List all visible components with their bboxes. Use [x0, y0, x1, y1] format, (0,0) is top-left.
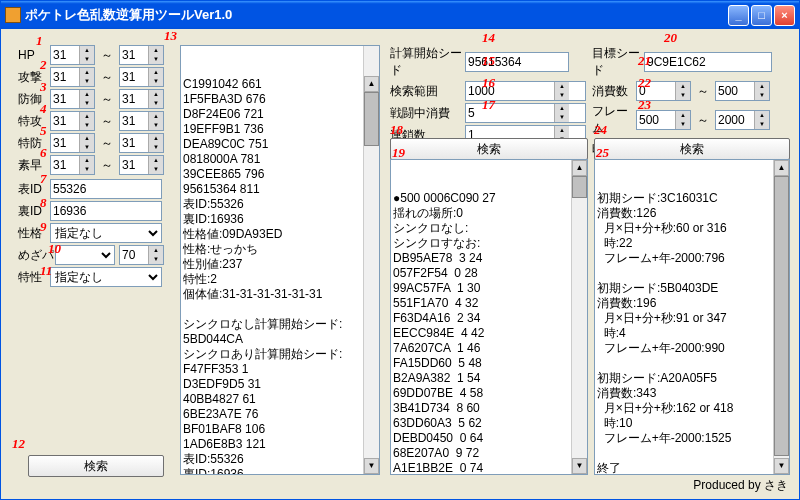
maximize-button[interactable]: □ [751, 5, 772, 26]
target-seed-input[interactable] [644, 52, 772, 72]
range-label: 検索範囲 [390, 83, 465, 100]
spd-min-input[interactable]: ▲▼ [50, 133, 95, 153]
result-list-3[interactable]: 初期シード:3C16031C 消費数:126 月×日+分+秒:60 or 316… [594, 159, 790, 475]
annotation: 24 [594, 122, 607, 138]
annotation: 13 [164, 28, 177, 44]
seed-start-label: 計算開始シード [390, 45, 465, 79]
annotation: 11 [40, 263, 52, 279]
annotation: 4 [40, 101, 47, 117]
minimize-button[interactable]: _ [728, 5, 749, 26]
mezapa-power-input[interactable]: ▲▼ [119, 245, 164, 265]
annotation: 23 [638, 97, 651, 113]
app-icon [5, 7, 21, 23]
footer-credit: Produced by さき [693, 477, 788, 494]
def-max-input[interactable]: ▲▼ [119, 89, 164, 109]
annotation: 14 [482, 30, 495, 46]
annotation: 1 [36, 33, 43, 49]
ability-select[interactable]: 指定なし [50, 267, 162, 287]
atk-min-input[interactable]: ▲▼ [50, 67, 95, 87]
titlebar[interactable]: ポケトレ色乱数逆算用ツールVer1.0 _ □ × [1, 1, 799, 29]
target-seed-label: 目標シード [592, 45, 644, 79]
spe-min-input[interactable]: ▲▼ [50, 155, 95, 175]
ura-id-input[interactable] [50, 201, 162, 221]
annotation: 9 [40, 219, 47, 235]
window-title: ポケトレ色乱数逆算用ツールVer1.0 [25, 6, 728, 24]
spe-max-input[interactable]: ▲▼ [119, 155, 164, 175]
annotation: 8 [40, 195, 47, 211]
battle-label: 戦闘中消費 [390, 105, 465, 122]
scrollbar[interactable]: ▲▼ [363, 46, 379, 474]
annotation: 20 [664, 30, 677, 46]
search-button-3[interactable]: 検索 [594, 138, 790, 160]
mezapa-type-select[interactable] [55, 245, 115, 265]
annotation: 15 [482, 53, 495, 69]
annotation: 18 [390, 122, 403, 138]
annotation: 6 [40, 145, 47, 161]
def-min-input[interactable]: ▲▼ [50, 89, 95, 109]
consume-max-input[interactable]: ▲▼ [715, 81, 770, 101]
annotation: 5 [40, 123, 47, 139]
search-button-1[interactable]: 検索 [28, 455, 164, 477]
hp-min-input[interactable]: ▲▼ [50, 45, 95, 65]
annotation: 17 [482, 97, 495, 113]
hp-max-input[interactable]: ▲▼ [119, 45, 164, 65]
iv-panel: HP 1 ▲▼ ～ ▲▼ 攻撃 2 ▲▼ ～ ▲▼ 防御 3 ▲▼ ～ ▲▼ [18, 45, 178, 289]
annotation: 2 [40, 57, 47, 73]
atk-max-input[interactable]: ▲▼ [119, 67, 164, 87]
annotation: 7 [40, 171, 47, 187]
search-button-2[interactable]: 検索 [390, 138, 588, 160]
nature-select[interactable]: 指定なし [50, 223, 162, 243]
close-button[interactable]: × [774, 5, 795, 26]
seed-start-input[interactable] [465, 52, 569, 72]
consume-label: 消費数 [592, 83, 636, 100]
frame-min-input[interactable]: ▲▼ [636, 110, 691, 130]
client-area: HP 1 ▲▼ ～ ▲▼ 攻撃 2 ▲▼ ～ ▲▼ 防御 3 ▲▼ ～ ▲▼ [4, 29, 796, 496]
result-list-2[interactable]: ●500 0006C090 27 揺れの場所:0 シンクロなし: シンクロすなお… [390, 159, 588, 475]
annotation: 3 [40, 79, 47, 95]
scrollbar[interactable]: ▲▼ [773, 160, 789, 474]
omote-id-input[interactable] [50, 179, 162, 199]
annotation: 16 [482, 75, 495, 91]
annotation: 21 [638, 53, 651, 69]
annotation: 10 [48, 241, 61, 257]
app-window: ポケトレ色乱数逆算用ツールVer1.0 _ □ × HP 1 ▲▼ ～ ▲▼ 攻… [0, 0, 800, 500]
spd-max-input[interactable]: ▲▼ [119, 133, 164, 153]
scrollbar[interactable]: ▲▼ [571, 160, 587, 474]
spa-min-input[interactable]: ▲▼ [50, 111, 95, 131]
result-list-1[interactable]: C1991042 661 1F5FBA3D 676 D8F24E06 721 1… [180, 45, 380, 475]
spa-max-input[interactable]: ▲▼ [119, 111, 164, 131]
annotation: 22 [638, 75, 651, 91]
frame-max-input[interactable]: ▲▼ [715, 110, 770, 130]
annotation: 12 [12, 436, 25, 452]
